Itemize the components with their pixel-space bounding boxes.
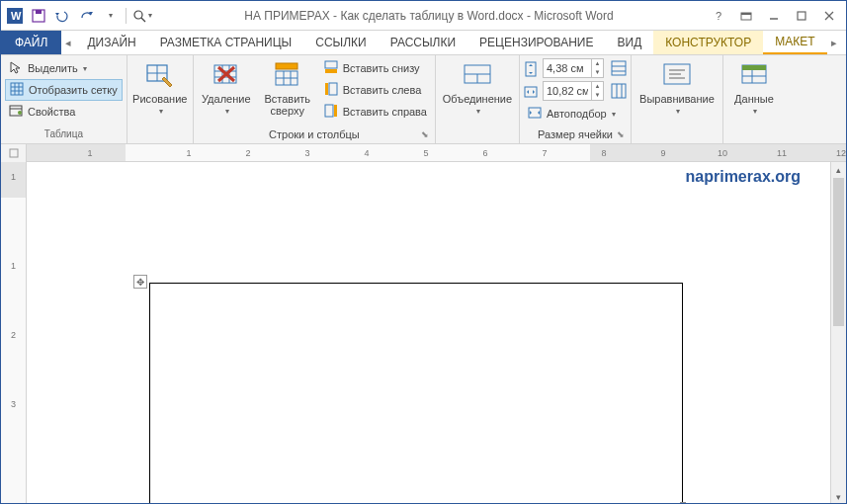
row-height-input[interactable]: ▲▼ <box>543 58 604 78</box>
delete-table-icon <box>211 59 242 91</box>
horizontal-ruler[interactable]: 112345678910111213 <box>27 144 846 162</box>
svg-rect-7 <box>741 13 751 15</box>
horizontal-ruler-row: 112345678910111213 <box>1 144 846 162</box>
distribute-rows-icon[interactable] <box>611 60 627 76</box>
tab-references[interactable]: ССЫЛКИ <box>303 31 378 54</box>
svg-rect-38 <box>325 83 328 95</box>
svg-rect-35 <box>325 61 337 68</box>
cursor-icon <box>9 60 25 76</box>
tab-scroll-left-icon[interactable]: ◂ <box>61 31 75 54</box>
svg-rect-3 <box>36 10 42 14</box>
select-button[interactable]: Выделить▾ <box>5 57 123 79</box>
tab-review[interactable]: РЕЦЕНЗИРОВАНИЕ <box>467 31 605 54</box>
save-icon[interactable] <box>29 6 48 26</box>
delete-button[interactable]: Удаление▾ <box>198 57 255 118</box>
zoom-preview-icon[interactable]: ▾ <box>132 6 152 26</box>
tab-scroll-right-icon[interactable]: ▸ <box>827 31 841 54</box>
minimize-icon[interactable] <box>761 6 787 26</box>
insert-above-button[interactable]: Вставить сверху <box>257 57 318 119</box>
insert-right-button[interactable]: Вставить справа <box>320 101 431 123</box>
svg-rect-58 <box>742 65 766 70</box>
autofit-button[interactable]: Автоподбор▾ <box>524 103 627 125</box>
col-width-input[interactable]: ▲▼ <box>543 81 604 101</box>
tab-table-layout[interactable]: МАКЕТ <box>763 31 826 54</box>
vruler-num: 2 <box>1 330 26 340</box>
svg-rect-39 <box>325 105 333 117</box>
rowscols-launcher-icon[interactable]: ⬊ <box>421 127 429 141</box>
group-alignment-label <box>635 127 719 143</box>
document-canvas[interactable]: naprimerax.org ✥ <box>27 162 830 504</box>
svg-rect-36 <box>325 69 337 73</box>
ruler-num: 6 <box>475 144 495 161</box>
qat-customize-icon[interactable]: ▾ <box>100 6 120 26</box>
vertical-scrollbar[interactable]: ▴ ▾ <box>830 162 846 504</box>
vruler-num: 3 <box>1 399 26 409</box>
group-merge: Объединение▾ <box>436 55 520 143</box>
svg-line-5 <box>141 18 145 22</box>
table-move-handle-icon[interactable]: ✥ <box>133 275 147 289</box>
ruler-num: 1 <box>179 144 199 161</box>
insert-below-button[interactable]: Вставить снизу <box>320 57 431 79</box>
scroll-up-icon[interactable]: ▴ <box>831 162 846 178</box>
close-icon[interactable] <box>816 6 842 26</box>
group-cellsize-label: Размер ячейки⬊ <box>524 127 627 143</box>
tab-design[interactable]: ДИЗАЙН <box>75 31 147 54</box>
insert-right-icon <box>324 104 340 120</box>
draw-table-icon <box>144 59 176 91</box>
maximize-icon[interactable] <box>789 6 814 26</box>
col-width-value[interactable] <box>544 85 591 97</box>
ruler-num: 10 <box>713 144 732 161</box>
view-gridlines-button[interactable]: Отобразить сетку <box>5 79 123 101</box>
tab-table-design[interactable]: КОНСТРУКТОР <box>653 31 763 54</box>
group-data-label <box>727 127 781 143</box>
row-height-value[interactable] <box>544 62 591 74</box>
word-app-icon[interactable]: W <box>5 6 25 26</box>
cellsize-launcher-icon[interactable]: ⬊ <box>617 127 625 141</box>
draw-button[interactable]: Рисование▾ <box>131 57 189 118</box>
tab-file[interactable]: ФАЙЛ <box>1 31 61 54</box>
group-rowscols-label: Строки и столбцы⬊ <box>198 127 431 143</box>
alignment-button[interactable]: Выравнивание▾ <box>635 57 719 118</box>
tab-view[interactable]: ВИД <box>606 31 654 54</box>
ruler-num: 8 <box>594 144 614 161</box>
watermark-text: naprimerax.org <box>686 168 801 186</box>
tab-mailings[interactable]: РАССЫЛКИ <box>379 31 467 54</box>
ruler-num: 3 <box>297 144 317 161</box>
merge-button[interactable]: Объединение▾ <box>440 57 515 118</box>
autofit-icon <box>528 106 544 122</box>
group-rows-columns: Удаление▾ Вставить сверху Вставить снизу… <box>194 55 436 143</box>
scroll-down-icon[interactable]: ▾ <box>831 489 846 504</box>
row-height-icon <box>524 60 540 76</box>
quick-access-toolbar: W ▾ ▾ <box>5 6 152 26</box>
ruler-num: 12 <box>831 144 846 161</box>
redo-icon[interactable] <box>76 6 96 26</box>
ribbon: Выделить▾ Отобразить сетку Свойства Табл… <box>1 55 846 144</box>
data-button[interactable]: Данные▾ <box>727 57 781 118</box>
work-area: 1123 naprimerax.org ✥ ▴ ▾ <box>1 162 846 504</box>
ruler-num: 5 <box>416 144 436 161</box>
group-data: Данные▾ <box>723 55 785 143</box>
help-icon[interactable]: ? <box>706 6 731 26</box>
insert-below-label: Вставить снизу <box>343 62 420 74</box>
insert-below-icon <box>324 60 340 76</box>
scroll-thumb[interactable] <box>833 178 844 326</box>
svg-text:W: W <box>11 10 22 22</box>
distribute-cols-icon[interactable] <box>611 83 627 99</box>
ruler-num: 11 <box>772 144 792 161</box>
svg-rect-49 <box>612 84 626 98</box>
properties-button[interactable]: Свойства <box>5 101 123 123</box>
vruler-num: 1 <box>1 261 26 271</box>
properties-icon <box>9 104 25 120</box>
tab-layout[interactable]: РАЗМЕТКА СТРАНИЦЫ <box>148 31 304 54</box>
col-width-icon <box>524 83 540 99</box>
data-label: Данные <box>734 93 774 105</box>
ribbon-display-icon[interactable] <box>733 6 759 26</box>
document-table[interactable] <box>149 283 683 504</box>
vruler-num: 1 <box>1 172 26 182</box>
undo-icon[interactable] <box>52 6 72 26</box>
group-cell-size: ▲▼ ▲▼ Автоподбор▾ Размер ячейки⬊ <box>520 55 632 143</box>
svg-point-4 <box>134 11 142 19</box>
insert-left-button[interactable]: Вставить слева <box>320 79 431 101</box>
gridlines-icon <box>10 82 26 98</box>
vertical-ruler[interactable]: 1123 <box>1 162 27 504</box>
